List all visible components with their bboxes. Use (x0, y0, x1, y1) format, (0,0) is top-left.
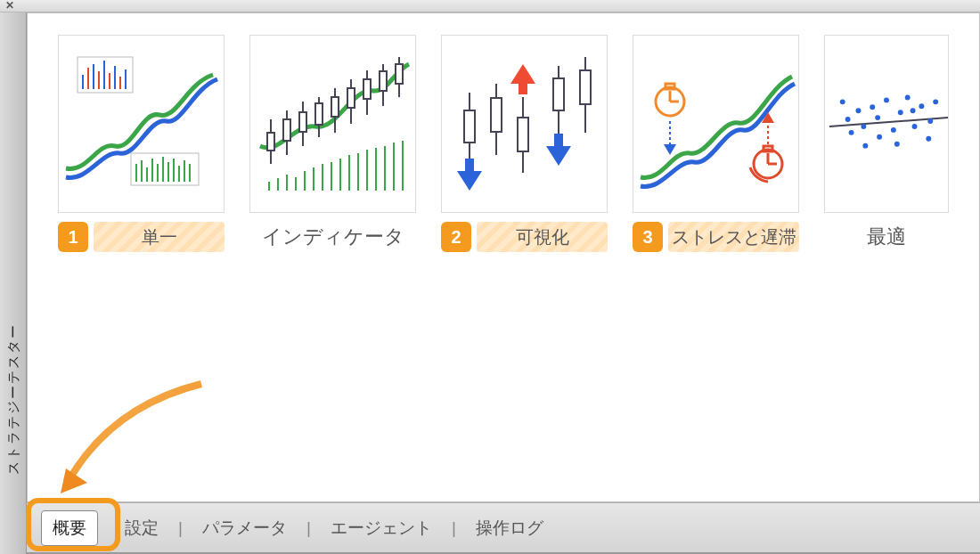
card-label: 可視化 (477, 222, 608, 252)
svg-marker-66 (510, 64, 535, 84)
bottom-tab-bar: 概要 設定 | パラメータ | エージェント | 操作ログ (27, 502, 980, 554)
chart-lines-icon (61, 48, 222, 200)
tab-settings[interactable]: 設定 (114, 511, 169, 545)
card-label: インディケータ (249, 222, 416, 252)
candles-arrows-icon (445, 48, 605, 200)
tab-log[interactable]: 操作ログ (465, 511, 554, 545)
svg-rect-31 (331, 97, 339, 117)
svg-rect-57 (464, 110, 475, 143)
card-label: 単一 (94, 222, 225, 252)
svg-point-95 (912, 124, 918, 129)
card-thumb-indicator (249, 35, 416, 213)
tab-overview[interactable]: 概要 (41, 510, 98, 546)
svg-rect-69 (465, 159, 474, 173)
svg-point-99 (845, 117, 851, 122)
card-thumb-visualize (441, 35, 608, 213)
svg-point-104 (927, 118, 933, 124)
svg-point-93 (898, 110, 903, 115)
svg-point-91 (884, 97, 889, 102)
svg-marker-68 (457, 171, 482, 191)
svg-rect-35 (363, 79, 371, 99)
card-label: 最適 (824, 222, 949, 252)
card-single[interactable]: 1 単一 (58, 35, 225, 252)
tab-separator: | (178, 518, 183, 538)
svg-marker-77 (664, 144, 676, 155)
card-thumb-optimize (824, 35, 949, 213)
card-badge: 2 (441, 222, 471, 252)
svg-rect-37 (380, 71, 387, 91)
svg-point-90 (877, 134, 882, 140)
svg-point-86 (849, 130, 854, 135)
svg-rect-29 (315, 103, 323, 125)
svg-rect-61 (518, 118, 528, 151)
scatter-icon (825, 48, 948, 200)
card-thumb-stress (633, 35, 799, 213)
svg-point-100 (861, 124, 866, 129)
svg-point-101 (875, 115, 880, 120)
svg-rect-39 (396, 64, 403, 84)
card-stress[interactable]: 3 ストレスと遅滞 (633, 35, 799, 252)
card-label: ストレスと遅滞 (668, 222, 799, 252)
main-panel: 1 単一 (27, 12, 980, 502)
card-indicator[interactable]: インディケータ (249, 35, 416, 252)
card-optimize[interactable]: 最適 (824, 35, 949, 252)
close-icon[interactable]: ✕ (5, 0, 14, 12)
svg-rect-63 (553, 78, 564, 110)
svg-rect-71 (554, 134, 563, 148)
svg-point-96 (919, 103, 924, 109)
svg-rect-67 (519, 82, 527, 94)
card-visualize[interactable]: 2 可視化 (441, 35, 608, 252)
svg-rect-27 (299, 112, 306, 132)
candlestick-icon (253, 48, 413, 200)
svg-point-87 (856, 108, 862, 113)
card-thumb-single (58, 35, 225, 213)
svg-point-85 (840, 99, 845, 104)
tab-separator: | (452, 518, 456, 538)
side-panel-label: ストラテジーテスター (4, 323, 21, 475)
tab-parameters[interactable]: パラメータ (192, 511, 298, 545)
lines-stopwatch-icon (636, 48, 796, 200)
svg-rect-59 (491, 98, 502, 132)
svg-point-89 (870, 104, 875, 110)
svg-marker-70 (546, 146, 571, 166)
card-row: 1 単一 (28, 13, 979, 273)
svg-point-103 (911, 108, 916, 113)
svg-point-97 (926, 136, 931, 142)
svg-rect-65 (580, 70, 591, 104)
svg-rect-25 (283, 119, 290, 141)
side-panel-tab[interactable]: ストラテジーテスター (0, 12, 27, 554)
tab-agents[interactable]: エージェント (320, 511, 443, 545)
title-bar: ✕ (0, 0, 980, 12)
svg-point-94 (905, 94, 911, 100)
svg-point-88 (862, 143, 868, 149)
svg-rect-23 (267, 133, 274, 151)
svg-rect-33 (347, 88, 355, 108)
svg-point-98 (933, 99, 938, 104)
tab-separator: | (306, 518, 311, 538)
card-badge: 1 (58, 222, 88, 252)
svg-point-102 (894, 142, 900, 147)
card-badge: 3 (633, 222, 663, 252)
svg-point-92 (891, 127, 896, 133)
